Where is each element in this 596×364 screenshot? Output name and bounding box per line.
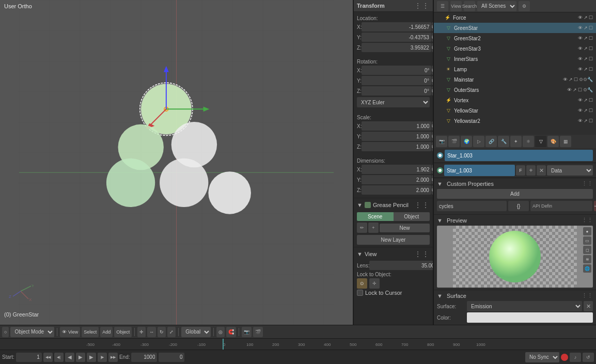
current-frame-input[interactable] — [159, 353, 184, 362]
props-tab-constraints[interactable]: 🔗 — [485, 136, 497, 147]
preview-plane-btn[interactable]: ▭ — [583, 236, 591, 245]
view-btn[interactable]: View — [450, 1, 462, 11]
color-swatch[interactable] — [467, 312, 593, 323]
object-btn[interactable]: Object — [114, 327, 132, 337]
rotation-x-input[interactable] — [362, 66, 431, 75]
props-tab-texture[interactable]: ▦ — [560, 136, 571, 147]
x-button[interactable]: ✕ — [537, 165, 546, 176]
box-force[interactable]: ☐ — [589, 15, 593, 20]
gp-object-tab[interactable]: Object — [394, 212, 430, 221]
snap-btn[interactable]: 🧲 — [226, 327, 236, 337]
arrow-vortex[interactable]: ↗ — [584, 98, 588, 103]
preview-world-btn[interactable]: 🌐 — [583, 264, 591, 273]
gp-options-icon[interactable]: ⋮⋮ — [414, 201, 430, 209]
preview-hair-btn[interactable]: ≋ — [583, 255, 591, 263]
f-button[interactable]: F — [516, 165, 525, 176]
cursor-mode-btn[interactable]: ✛ — [137, 327, 146, 337]
transform-mode-btn[interactable]: ↔ — [147, 327, 156, 337]
scale-x-input[interactable] — [362, 121, 431, 131]
surface-select[interactable]: Emission — [467, 301, 582, 311]
outliner-item-innerstars[interactable]: ▽ InnerStars 👁 ↗ ☐ — [434, 54, 596, 64]
props-tab-physics[interactable]: ⚛ — [523, 136, 534, 147]
scene-select[interactable]: All Scenes — [477, 1, 516, 11]
visibility-greenstar2[interactable]: 👁 — [578, 36, 583, 41]
mesh-name-input[interactable] — [445, 150, 593, 161]
box-innerstars[interactable]: ☐ — [589, 56, 593, 61]
surface-x-button[interactable]: ✕ — [584, 301, 593, 311]
transform-global-select[interactable]: Global — [181, 327, 211, 337]
arrow-greenstar2[interactable]: ↗ — [584, 36, 588, 41]
props-tab-world[interactable]: 🌍 — [461, 136, 472, 147]
cursor-icon-button[interactable]: ✛ — [369, 278, 380, 289]
arrow-mainstar[interactable]: ↗ — [569, 77, 573, 82]
props-tab-material[interactable]: 🎨 — [547, 136, 559, 147]
scale-mode-btn[interactable]: ⤢ — [167, 327, 176, 337]
start-frame-input[interactable] — [16, 353, 42, 362]
gp-checkbox-icon[interactable] — [365, 202, 371, 208]
next-btn[interactable]: ▶ — [87, 353, 96, 362]
props-tab-render[interactable]: 📷 — [436, 136, 447, 147]
cp-val-input[interactable] — [508, 201, 529, 211]
outliner-item-outerstars[interactable]: ▽ OuterStars 👁 ↗ ☐ ⚙🔧 — [434, 85, 596, 95]
outliner-item-vortex[interactable]: ⚡ Vortex 👁 ↗ ☐ — [434, 95, 596, 105]
play-btn[interactable]: ▶ — [76, 353, 85, 362]
cp-key-input[interactable] — [437, 201, 507, 211]
view-btn-bottom[interactable]: 👁 View — [60, 327, 80, 337]
cp-api-input[interactable] — [530, 201, 592, 211]
record-button[interactable] — [561, 354, 568, 361]
data-select[interactable]: Data — [547, 165, 593, 176]
search-btn[interactable]: Search — [464, 1, 475, 11]
box-vortex[interactable]: ☐ — [589, 98, 593, 103]
preview-sphere-btn[interactable]: ● — [583, 227, 591, 235]
plus-button[interactable]: + — [526, 165, 536, 176]
rotate-mode-btn[interactable]: ↻ — [158, 327, 166, 337]
lock-cursor-checkbox[interactable] — [357, 290, 363, 296]
arrow-yellowstar2[interactable]: ↗ — [584, 118, 588, 123]
audio-icon-btn[interactable]: ♪ — [570, 353, 581, 362]
props-tab-data[interactable]: ▽ — [535, 136, 546, 147]
props-tab-particles[interactable]: ✦ — [510, 136, 522, 147]
gp-new-button[interactable]: New — [380, 224, 430, 232]
arrow-lamp[interactable]: ↗ — [584, 67, 588, 72]
lock-icon-button[interactable]: ⊙ — [357, 278, 367, 289]
box-greenstar2[interactable]: ☐ — [589, 36, 593, 41]
rotation-z-input[interactable] — [362, 86, 431, 96]
box-greenstar3[interactable]: ☐ — [589, 46, 593, 51]
loop-icon-btn[interactable]: ↺ — [583, 353, 594, 362]
gp-new-layer-button[interactable]: New Layer — [357, 235, 430, 245]
prev-btn[interactable]: ◀ — [65, 353, 74, 362]
dim-y-input[interactable] — [362, 175, 431, 184]
visibility-yellowstar[interactable]: 👁 — [578, 108, 583, 113]
next-keyframe-btn[interactable]: |▶ — [98, 353, 107, 362]
add-btn-bottom[interactable]: Add — [100, 327, 113, 337]
visibility-yellowstar2[interactable]: 👁 — [578, 118, 583, 123]
box-yellowstar[interactable]: ☐ — [589, 108, 593, 113]
outliner-menu-btn[interactable]: ☰ — [437, 1, 448, 11]
cp-minus-button[interactable]: − — [594, 201, 596, 211]
prev-frame-btn[interactable]: ◀◀ — [43, 353, 53, 362]
outliner-item-force[interactable]: ⚡ Force 👁 ↗ ☐ — [434, 12, 596, 23]
props-tab-modifiers[interactable]: 🔧 — [498, 136, 509, 147]
arrow-force[interactable]: ↗ — [584, 15, 588, 20]
render-btn[interactable]: 📷 — [242, 327, 252, 337]
arrow-greenstar3[interactable]: ↗ — [584, 46, 588, 51]
visibility-innerstars[interactable]: 👁 — [578, 56, 583, 61]
visibility-greenstar[interactable]: 👁 — [578, 25, 583, 30]
arrow-yellowstar[interactable]: ↗ — [584, 108, 588, 113]
outliner-item-greenstar3[interactable]: ▽ GreenStar3 👁 ↗ ☐ — [434, 43, 596, 54]
viewport[interactable]: User Ortho — [0, 0, 353, 325]
scale-z-input[interactable] — [362, 142, 431, 151]
visibility-vortex[interactable]: 👁 — [578, 98, 583, 103]
gp-scene-tab[interactable]: Scene — [357, 212, 394, 221]
box-greenstar[interactable]: ☐ — [589, 25, 593, 30]
proportional-btn[interactable]: ◎ — [216, 327, 225, 337]
location-x-input[interactable] — [362, 22, 431, 31]
surface-options-icon[interactable]: ⋮⋮ — [582, 292, 593, 299]
cp-options-icon[interactable]: ⋮⋮ — [582, 180, 593, 187]
box-outerstars[interactable]: ☐ — [578, 87, 582, 92]
outliner-item-yellowstar[interactable]: ▽ YellowStar 👁 ↗ ☐ — [434, 105, 596, 116]
grease-pencil-toggle[interactable]: ▼ Grease Pencil ⋮⋮ — [357, 199, 430, 211]
visibility-lamp[interactable]: 👁 — [578, 67, 583, 72]
sync-select[interactable]: No Sync — [525, 352, 559, 362]
prev-keyframe-btn[interactable]: ◀| — [54, 353, 64, 362]
